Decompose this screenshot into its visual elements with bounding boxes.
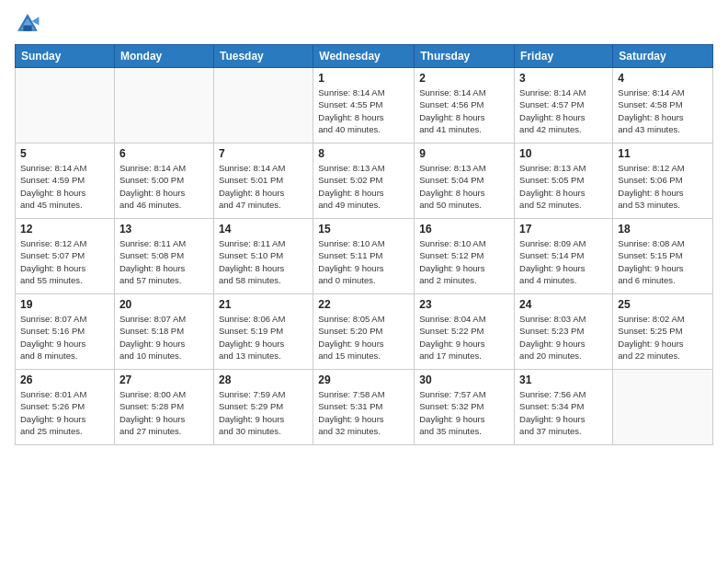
- day-info: Sunrise: 8:13 AM Sunset: 5:02 PM Dayligh…: [318, 162, 409, 211]
- calendar-day: 21Sunrise: 8:06 AM Sunset: 5:19 PM Dayli…: [213, 294, 313, 370]
- day-number: 10: [519, 147, 608, 160]
- day-number: 20: [119, 298, 209, 311]
- day-number: 31: [519, 373, 608, 386]
- calendar-day: 2Sunrise: 8:14 AM Sunset: 4:56 PM Daylig…: [415, 68, 515, 144]
- calendar-day: 5Sunrise: 8:14 AM Sunset: 4:59 PM Daylig…: [16, 144, 115, 219]
- day-number: 29: [318, 373, 409, 386]
- calendar-header-tuesday: Tuesday: [213, 45, 313, 68]
- day-number: 26: [20, 373, 109, 386]
- calendar-day: 30Sunrise: 7:57 AM Sunset: 5:32 PM Dayli…: [415, 370, 515, 445]
- day-info: Sunrise: 8:13 AM Sunset: 5:04 PM Dayligh…: [419, 162, 509, 211]
- day-info: Sunrise: 8:14 AM Sunset: 4:55 PM Dayligh…: [318, 86, 409, 135]
- day-info: Sunrise: 7:59 AM Sunset: 5:29 PM Dayligh…: [219, 388, 308, 437]
- calendar-day: 23Sunrise: 8:04 AM Sunset: 5:22 PM Dayli…: [415, 294, 515, 370]
- day-number: 8: [318, 147, 409, 160]
- calendar-day: 18Sunrise: 8:08 AM Sunset: 5:15 PM Dayli…: [613, 219, 713, 294]
- day-number: 16: [419, 223, 509, 236]
- day-number: 1: [318, 72, 409, 85]
- calendar-day: 3Sunrise: 8:14 AM Sunset: 4:57 PM Daylig…: [515, 68, 613, 144]
- calendar-week-2: 5Sunrise: 8:14 AM Sunset: 4:59 PM Daylig…: [16, 144, 713, 219]
- day-info: Sunrise: 8:11 AM Sunset: 5:10 PM Dayligh…: [219, 237, 308, 286]
- calendar-day: 19Sunrise: 8:07 AM Sunset: 5:16 PM Dayli…: [16, 294, 115, 370]
- calendar-day: 12Sunrise: 8:12 AM Sunset: 5:07 PM Dayli…: [16, 219, 115, 294]
- calendar-day: 15Sunrise: 8:10 AM Sunset: 5:11 PM Dayli…: [313, 219, 415, 294]
- day-number: 2: [419, 72, 509, 85]
- calendar-day: 4Sunrise: 8:14 AM Sunset: 4:58 PM Daylig…: [613, 68, 713, 144]
- day-info: Sunrise: 8:07 AM Sunset: 5:16 PM Dayligh…: [20, 313, 109, 362]
- day-info: Sunrise: 8:11 AM Sunset: 5:08 PM Dayligh…: [119, 237, 209, 286]
- day-number: 27: [119, 373, 209, 386]
- day-number: 12: [20, 223, 109, 236]
- day-info: Sunrise: 8:03 AM Sunset: 5:23 PM Dayligh…: [519, 313, 608, 362]
- day-info: Sunrise: 8:14 AM Sunset: 4:56 PM Dayligh…: [419, 86, 509, 135]
- day-info: Sunrise: 7:57 AM Sunset: 5:32 PM Dayligh…: [419, 388, 509, 437]
- calendar-day: [114, 68, 213, 144]
- calendar-week-1: 1Sunrise: 8:14 AM Sunset: 4:55 PM Daylig…: [16, 68, 713, 144]
- svg-rect-2: [23, 26, 31, 31]
- day-number: 24: [519, 298, 608, 311]
- calendar-day: 16Sunrise: 8:10 AM Sunset: 5:12 PM Dayli…: [415, 219, 515, 294]
- day-info: Sunrise: 8:06 AM Sunset: 5:19 PM Dayligh…: [219, 313, 308, 362]
- day-info: Sunrise: 8:14 AM Sunset: 5:01 PM Dayligh…: [219, 162, 308, 211]
- day-info: Sunrise: 8:02 AM Sunset: 5:25 PM Dayligh…: [618, 313, 708, 362]
- calendar-day: 9Sunrise: 8:13 AM Sunset: 5:04 PM Daylig…: [415, 144, 515, 219]
- day-info: Sunrise: 8:10 AM Sunset: 5:11 PM Dayligh…: [318, 237, 409, 286]
- day-number: 17: [519, 223, 608, 236]
- calendar-day: 29Sunrise: 7:58 AM Sunset: 5:31 PM Dayli…: [313, 370, 415, 445]
- day-info: Sunrise: 8:05 AM Sunset: 5:20 PM Dayligh…: [318, 313, 409, 362]
- day-number: 28: [219, 373, 308, 386]
- day-info: Sunrise: 8:14 AM Sunset: 4:57 PM Dayligh…: [519, 86, 608, 135]
- day-number: 30: [419, 373, 509, 386]
- day-info: Sunrise: 8:10 AM Sunset: 5:12 PM Dayligh…: [419, 237, 509, 286]
- calendar-day: 13Sunrise: 8:11 AM Sunset: 5:08 PM Dayli…: [114, 219, 213, 294]
- day-number: 22: [318, 298, 409, 311]
- calendar-day: 8Sunrise: 8:13 AM Sunset: 5:02 PM Daylig…: [313, 144, 415, 219]
- day-number: 3: [519, 72, 608, 85]
- calendar-day: 27Sunrise: 8:00 AM Sunset: 5:28 PM Dayli…: [114, 370, 213, 445]
- day-info: Sunrise: 7:56 AM Sunset: 5:34 PM Dayligh…: [519, 388, 608, 437]
- calendar-day: 26Sunrise: 8:01 AM Sunset: 5:26 PM Dayli…: [16, 370, 115, 445]
- day-info: Sunrise: 8:12 AM Sunset: 5:07 PM Dayligh…: [20, 237, 109, 286]
- calendar-day: 17Sunrise: 8:09 AM Sunset: 5:14 PM Dayli…: [515, 219, 613, 294]
- day-number: 11: [618, 147, 708, 160]
- calendar-header-wednesday: Wednesday: [313, 45, 415, 68]
- day-number: 23: [419, 298, 509, 311]
- calendar-header-sunday: Sunday: [16, 45, 115, 68]
- calendar-header-monday: Monday: [114, 45, 213, 68]
- day-number: 9: [419, 147, 509, 160]
- day-info: Sunrise: 8:07 AM Sunset: 5:18 PM Dayligh…: [119, 313, 209, 362]
- calendar-day: 24Sunrise: 8:03 AM Sunset: 5:23 PM Dayli…: [515, 294, 613, 370]
- day-info: Sunrise: 8:14 AM Sunset: 5:00 PM Dayligh…: [119, 162, 209, 211]
- day-number: 21: [219, 298, 308, 311]
- day-number: 25: [618, 298, 708, 311]
- calendar-header-saturday: Saturday: [613, 45, 713, 68]
- day-info: Sunrise: 8:01 AM Sunset: 5:26 PM Dayligh…: [20, 388, 109, 437]
- calendar-day: [613, 370, 713, 445]
- day-number: 6: [119, 147, 209, 160]
- day-info: Sunrise: 8:04 AM Sunset: 5:22 PM Dayligh…: [419, 313, 509, 362]
- day-number: 13: [119, 223, 209, 236]
- calendar-day: 6Sunrise: 8:14 AM Sunset: 5:00 PM Daylig…: [114, 144, 213, 219]
- calendar-day: 1Sunrise: 8:14 AM Sunset: 4:55 PM Daylig…: [313, 68, 415, 144]
- calendar-header-row: SundayMondayTuesdayWednesdayThursdayFrid…: [16, 45, 713, 68]
- day-info: Sunrise: 8:14 AM Sunset: 4:59 PM Dayligh…: [20, 162, 109, 211]
- calendar-day: 10Sunrise: 8:13 AM Sunset: 5:05 PM Dayli…: [515, 144, 613, 219]
- day-info: Sunrise: 8:12 AM Sunset: 5:06 PM Dayligh…: [618, 162, 708, 211]
- day-info: Sunrise: 8:14 AM Sunset: 4:58 PM Dayligh…: [618, 86, 708, 135]
- calendar-day: [16, 68, 115, 144]
- calendar-day: 11Sunrise: 8:12 AM Sunset: 5:06 PM Dayli…: [613, 144, 713, 219]
- day-number: 4: [618, 72, 708, 85]
- calendar-day: 28Sunrise: 7:59 AM Sunset: 5:29 PM Dayli…: [213, 370, 313, 445]
- calendar-header-friday: Friday: [515, 45, 613, 68]
- day-info: Sunrise: 8:09 AM Sunset: 5:14 PM Dayligh…: [519, 237, 608, 286]
- page-header: [15, 11, 713, 37]
- logo: [15, 11, 44, 37]
- calendar-week-3: 12Sunrise: 8:12 AM Sunset: 5:07 PM Dayli…: [16, 219, 713, 294]
- calendar-day: 20Sunrise: 8:07 AM Sunset: 5:18 PM Dayli…: [114, 294, 213, 370]
- calendar-day: 7Sunrise: 8:14 AM Sunset: 5:01 PM Daylig…: [213, 144, 313, 219]
- day-info: Sunrise: 8:08 AM Sunset: 5:15 PM Dayligh…: [618, 237, 708, 286]
- day-number: 19: [20, 298, 109, 311]
- day-info: Sunrise: 7:58 AM Sunset: 5:31 PM Dayligh…: [318, 388, 409, 437]
- day-number: 18: [618, 223, 708, 236]
- calendar-day: 31Sunrise: 7:56 AM Sunset: 5:34 PM Dayli…: [515, 370, 613, 445]
